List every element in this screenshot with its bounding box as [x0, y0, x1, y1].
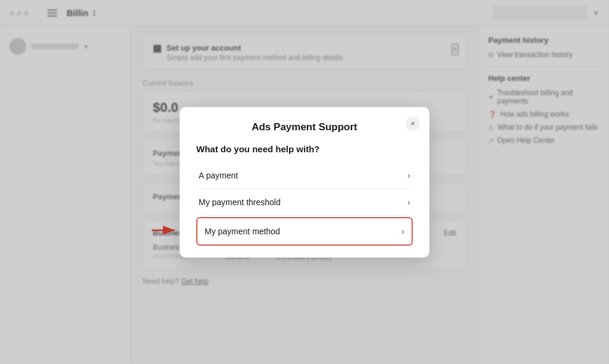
arrow-indicator-icon	[149, 222, 178, 239]
modal-overlay[interactable]: Ads Payment Support × What do you need h…	[0, 0, 609, 364]
option-threshold-arrow-icon: ›	[407, 197, 410, 207]
option-payment[interactable]: A payment ›	[196, 162, 413, 189]
option-method-arrow-icon: ›	[401, 227, 404, 236]
option-threshold[interactable]: My payment threshold ›	[196, 189, 413, 216]
modal-question: What do you need help with?	[196, 144, 413, 154]
option-method-label: My payment method	[205, 227, 280, 236]
modal-close-button[interactable]: ×	[406, 117, 420, 131]
modal-title: Ads Payment Support	[196, 121, 413, 133]
modal-dialog: Ads Payment Support × What do you need h…	[180, 107, 429, 258]
option-method[interactable]: My payment method ›	[196, 217, 413, 246]
option-payment-arrow-icon: ›	[407, 171, 410, 180]
option-payment-label: A payment	[199, 171, 238, 180]
option-threshold-label: My payment threshold	[199, 197, 281, 207]
